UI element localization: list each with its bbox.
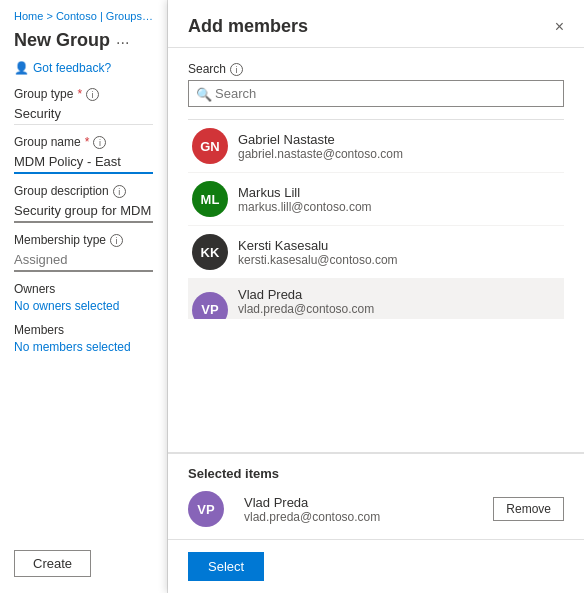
left-panel: Home > Contoso | Groups > Gr New Group ·… <box>0 0 168 593</box>
member-email: vlad.preda@contoso.com <box>238 302 560 316</box>
selected-item-info: VP Vlad Preda vlad.preda@contoso.com <box>188 491 380 527</box>
selected-items-section: Selected items VP Vlad Preda vlad.preda@… <box>168 452 584 539</box>
group-type-info-icon[interactable]: i <box>86 88 99 101</box>
dialog-body: Search i 🔍 GN Gabriel Nastaste gabriel.n… <box>168 48 584 452</box>
group-name-field: Group name * i <box>14 135 153 174</box>
member-email: kersti.kasesalu@contoso.com <box>238 253 560 267</box>
selected-item-email: vlad.preda@contoso.com <box>244 510 380 524</box>
avatar: GN <box>192 128 228 164</box>
create-button[interactable]: Create <box>14 550 91 577</box>
owners-field: Owners No owners selected <box>14 282 153 313</box>
selected-item-name: Vlad Preda <box>244 495 380 510</box>
page-title: New Group <box>14 30 110 51</box>
required-indicator-2: * <box>85 135 90 149</box>
list-item[interactable]: ML Markus Lill markus.lill@contoso.com <box>188 173 564 226</box>
member-info: Gabriel Nastaste gabriel.nastaste@contos… <box>238 132 560 161</box>
search-label: Search i <box>188 62 564 76</box>
more-options-icon[interactable]: ··· <box>116 34 129 52</box>
member-name: Vlad Preda <box>238 287 560 302</box>
member-info: Vlad Preda vlad.preda@contoso.com Select… <box>238 287 560 319</box>
members-field: Members No members selected <box>14 323 153 354</box>
search-info-icon[interactable]: i <box>230 63 243 76</box>
search-input-wrap: 🔍 <box>188 80 564 107</box>
member-name: Kersti Kasesalu <box>238 238 560 253</box>
membership-type-input[interactable] <box>14 249 153 272</box>
group-name-label: Group name <box>14 135 81 149</box>
owners-label: Owners <box>14 282 55 296</box>
member-name: Markus Lill <box>238 185 560 200</box>
avatar: VP <box>188 491 224 527</box>
membership-type-field: Membership type i <box>14 233 153 272</box>
group-description-input[interactable] <box>14 200 153 223</box>
member-info: Markus Lill markus.lill@contoso.com <box>238 185 560 214</box>
selected-item-row: VP Vlad Preda vlad.preda@contoso.com Rem… <box>188 491 564 527</box>
selected-item-details: Vlad Preda vlad.preda@contoso.com <box>244 495 380 524</box>
selected-items-list: VP Vlad Preda vlad.preda@contoso.com Rem… <box>188 491 564 527</box>
group-description-field: Group description i <box>14 184 153 223</box>
feedback-icon: 👤 <box>14 61 29 75</box>
dialog-title: Add members <box>188 16 308 37</box>
feedback-row[interactable]: 👤 Got feedback? <box>14 61 153 75</box>
member-email: markus.lill@contoso.com <box>238 200 560 214</box>
group-type-value: Security <box>14 103 153 125</box>
avatar: VP <box>192 292 228 320</box>
remove-button[interactable]: Remove <box>493 497 564 521</box>
selected-items-title: Selected items <box>188 466 564 481</box>
membership-type-label: Membership type <box>14 233 106 247</box>
member-name: Gabriel Nastaste <box>238 132 560 147</box>
list-item[interactable]: KK Kersti Kasesalu kersti.kasesalu@conto… <box>188 226 564 279</box>
members-label: Members <box>14 323 64 337</box>
group-name-info-icon[interactable]: i <box>93 136 106 149</box>
members-link[interactable]: No members selected <box>14 340 131 354</box>
dialog-footer: Select <box>168 539 584 593</box>
feedback-label: Got feedback? <box>33 61 111 75</box>
list-item[interactable]: GN Gabriel Nastaste gabriel.nastaste@con… <box>188 120 564 173</box>
selected-label: Selected <box>238 318 560 319</box>
list-item[interactable]: VP Vlad Preda vlad.preda@contoso.com Sel… <box>188 279 564 319</box>
group-description-info-icon[interactable]: i <box>113 185 126 198</box>
select-button[interactable]: Select <box>188 552 264 581</box>
dialog-header: Add members × <box>168 0 584 48</box>
owners-link[interactable]: No owners selected <box>14 299 119 313</box>
membership-type-info-icon[interactable]: i <box>110 234 123 247</box>
avatar: ML <box>192 181 228 217</box>
required-indicator: * <box>77 87 82 101</box>
search-icon: 🔍 <box>196 86 212 101</box>
group-name-input[interactable] <box>14 151 153 174</box>
close-button[interactable]: × <box>555 19 564 35</box>
breadcrumb: Home > Contoso | Groups > Gr <box>14 10 153 22</box>
member-list-scroll[interactable]: GN Gabriel Nastaste gabriel.nastaste@con… <box>188 119 564 319</box>
member-email: gabriel.nastaste@contoso.com <box>238 147 560 161</box>
member-list: GN Gabriel Nastaste gabriel.nastaste@con… <box>188 119 564 319</box>
group-type-label: Group type <box>14 87 73 101</box>
search-input[interactable] <box>188 80 564 107</box>
group-description-label: Group description <box>14 184 109 198</box>
group-type-field: Group type * i Security <box>14 87 153 125</box>
avatar: KK <box>192 234 228 270</box>
member-info: Kersti Kasesalu kersti.kasesalu@contoso.… <box>238 238 560 267</box>
add-members-dialog: Add members × Search i 🔍 GN Gabriel Nast… <box>168 0 584 593</box>
